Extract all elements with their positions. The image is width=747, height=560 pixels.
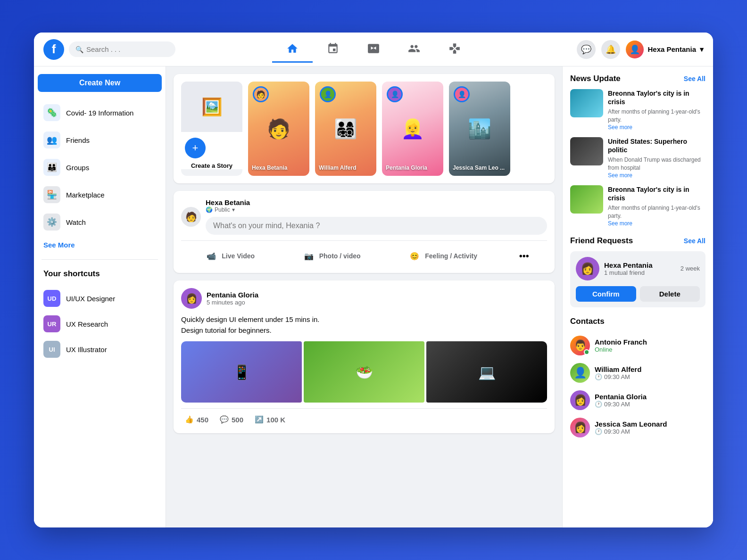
contact-avatar-william: 👤 <box>570 363 590 383</box>
news-img-3 <box>570 185 603 214</box>
post-text: Quickly design UI element under 15 mins … <box>181 314 547 336</box>
composer-avatar: 🧑 <box>181 207 201 227</box>
right-sidebar: News Update See All Breonna Taylor's cit… <box>562 66 713 527</box>
shortcut-label-uiux: UI/UX Designer <box>66 295 115 303</box>
shortcut-label-uxr: UX Research <box>66 320 108 328</box>
create-story-label: Create a Story <box>185 162 239 169</box>
composer-input[interactable] <box>206 217 547 235</box>
stories-card: 🖼️ + Create a Story 🧑 🧑 Hexa Betania <box>174 74 555 183</box>
story-jessica-avatar: 👤 <box>454 86 470 102</box>
create-story-plus-icon: + <box>185 138 206 158</box>
messenger-button[interactable]: 💬 <box>577 40 596 59</box>
friend-requests-section: Friend Requests See All 👩 Hexa Pentania … <box>570 236 706 307</box>
search-input[interactable] <box>86 45 169 53</box>
feeling-label: Feeling / Activity <box>425 252 477 260</box>
post-header: 👩 Pentania Gloria 5 minutes ago <box>181 288 547 309</box>
sidebar-label-friends: Friends <box>66 136 90 144</box>
post-images: 📱 🥗 💻 <box>181 341 547 403</box>
contact-pentania[interactable]: 👩 Pentania Gloria 🕐 09:30 AM <box>570 387 706 414</box>
main-content: Create New 🦠 Covid- 19 Information 👥 Fri… <box>34 66 713 527</box>
clock-icon: 🕐 <box>595 401 602 408</box>
photo-video-action[interactable]: 📷 Photo / video <box>297 247 366 265</box>
marketplace-icon: 🏪 <box>43 186 60 203</box>
fr-see-all[interactable]: See All <box>684 237 706 245</box>
clock-icon: 🕐 <box>595 373 602 380</box>
post-card-1: 👩 Pentania Gloria 5 minutes ago Quickly … <box>174 280 555 433</box>
left-sidebar: Create New 🦠 Covid- 19 Information 👥 Fri… <box>34 66 166 527</box>
story-pentania[interactable]: 👱‍♀️ 👤 Pentania Gloria <box>382 82 443 176</box>
search-bar[interactable]: 🔍 <box>69 41 175 57</box>
facebook-logo[interactable]: f <box>43 39 64 60</box>
nav-video[interactable] <box>353 36 394 63</box>
covid-icon: 🦠 <box>43 104 60 121</box>
contact-antonio[interactable]: 👨 Antonio Franch Online <box>570 332 706 359</box>
stories-row: 🖼️ + Create a Story 🧑 🧑 Hexa Betania <box>181 82 547 176</box>
contact-avatar-pentania: 👩 <box>570 390 590 410</box>
fr-title: Friend Requests <box>570 236 633 246</box>
fr-avatar: 👩 <box>576 257 599 280</box>
sidebar-item-groups[interactable]: 👪 Groups <box>38 154 162 181</box>
sidebar-item-friends[interactable]: 👥 Friends <box>38 127 162 153</box>
composer-input-area: Hexa Betania 🌍 Public ▾ <box>206 198 547 235</box>
post-author-avatar: 👩 <box>181 288 202 309</box>
nav-calendar[interactable] <box>313 36 353 63</box>
news-see-more-2[interactable]: See more <box>608 172 706 179</box>
news-item-2[interactable]: United States: Superhero politic When Do… <box>570 137 706 179</box>
like-action[interactable]: 👍 450 <box>181 413 212 426</box>
live-video-action[interactable]: 📹 Live Video <box>199 247 260 265</box>
shortcuts-title: Your shortcuts <box>38 265 162 282</box>
contact-william[interactable]: 👤 William Alferd 🕐 09:30 AM <box>570 359 706 387</box>
news-see-more-1[interactable]: See more <box>608 124 706 131</box>
header-left: f 🔍 <box>43 39 175 60</box>
notifications-button[interactable]: 🔔 <box>601 40 620 59</box>
news-img-1 <box>570 89 603 117</box>
shortcut-uxr[interactable]: UR UX Research <box>38 312 162 336</box>
comment-action[interactable]: 💬 500 <box>216 413 247 426</box>
user-profile[interactable]: 👤 Hexa Pentania ▾ <box>626 41 704 58</box>
post-image-3: 💻 <box>426 341 547 403</box>
news-see-more-3[interactable]: See more <box>608 220 706 227</box>
online-indicator <box>584 349 589 355</box>
fr-name: Hexa Pentania <box>604 261 653 269</box>
composer-user-name: Hexa Betania <box>206 198 547 206</box>
nav-home[interactable] <box>272 36 313 63</box>
fr-time: 2 week <box>681 265 700 272</box>
shortcut-label-ui: UX Illustrator <box>66 346 107 354</box>
sidebar-item-marketplace[interactable]: 🏪 Marketplace <box>38 181 162 208</box>
main-nav <box>175 36 572 63</box>
contact-jessica[interactable]: 👩 Jessica Sam Leonard 🕐 09:30 AM <box>570 414 706 441</box>
post-actions: 👍 450 💬 500 ↗️ 100 K <box>181 413 547 426</box>
share-action[interactable]: ↗️ 100 K <box>251 413 289 426</box>
shortcut-ui[interactable]: UI UX Illustrator <box>38 337 162 362</box>
shortcut-uiux[interactable]: UD UI/UX Designer <box>38 286 162 311</box>
sidebar-item-covid[interactable]: 🦠 Covid- 19 Information <box>38 99 162 126</box>
nav-gaming[interactable] <box>434 36 475 63</box>
news-section: News Update See All Breonna Taylor's cit… <box>570 74 706 227</box>
sidebar-item-watch[interactable]: ⚙️ Watch <box>38 209 162 235</box>
story-jessica[interactable]: 🏙️ 👤 Jessica Sam Leo ... <box>449 82 510 176</box>
composer-top: 🧑 Hexa Betania 🌍 Public ▾ <box>181 198 547 235</box>
feeling-action[interactable]: 😊 Feeling / Activity <box>402 247 483 265</box>
sidebar-label-groups: Groups <box>66 164 89 172</box>
news-desc-3: After months of planning 1-year-old's pa… <box>608 204 706 220</box>
contact-name-william: William Alferd <box>595 365 641 373</box>
more-options-button[interactable]: ••• <box>519 251 529 262</box>
create-new-button[interactable]: Create New <box>38 74 162 92</box>
sidebar-label-marketplace: Marketplace <box>66 191 105 199</box>
chevron-down-icon: ▾ <box>700 45 704 54</box>
news-see-all[interactable]: See All <box>684 75 706 82</box>
news-item-1[interactable]: Breonna Taylor's city is in crisis After… <box>570 89 706 131</box>
create-story-card[interactable]: 🖼️ + Create a Story <box>181 82 242 176</box>
contact-avatar-antonio: 👨 <box>570 336 590 355</box>
story-hexa[interactable]: 🧑 🧑 Hexa Betania <box>248 82 309 176</box>
news-item-3[interactable]: Breonna Taylor's city is in crisis After… <box>570 185 706 227</box>
confirm-button[interactable]: Confirm <box>576 286 636 302</box>
story-william[interactable]: 👨‍👩‍👧‍👦 👤 William Alferd <box>315 82 376 176</box>
share-icon: ↗️ <box>255 415 264 424</box>
story-hexa-avatar: 🧑 <box>253 86 269 102</box>
groups-icon: 👪 <box>43 159 60 176</box>
nav-friends[interactable] <box>394 36 434 63</box>
see-more-link[interactable]: See More <box>38 236 162 254</box>
delete-button[interactable]: Delete <box>640 286 700 302</box>
contact-time-pentania: 🕐 09:30 AM <box>595 401 647 408</box>
